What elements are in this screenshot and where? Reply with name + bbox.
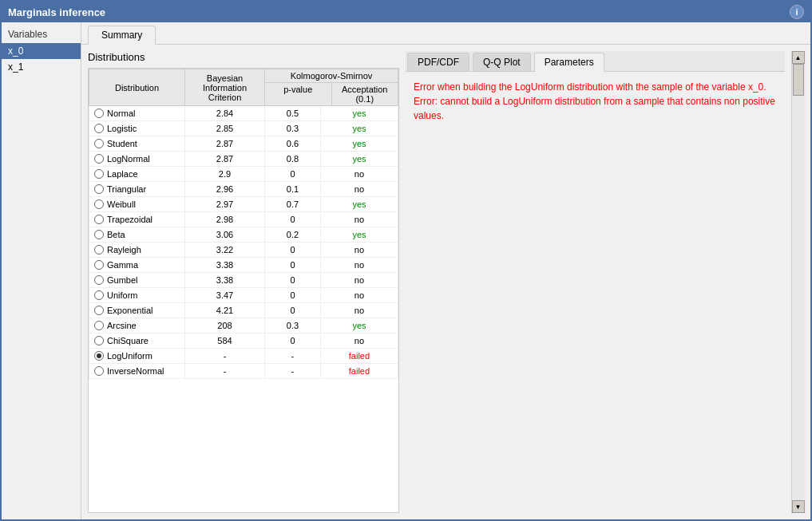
dist-radio-inversenormal[interactable] (94, 366, 104, 376)
dist-bic: 2.84 (185, 106, 265, 121)
table-row[interactable]: Trapezoidal2.980no (89, 212, 398, 227)
dist-name-cell: Student (89, 136, 185, 152)
scrollbar[interactable]: ▲ ▼ (791, 51, 804, 513)
dist-radio-normal[interactable] (94, 109, 104, 118)
table-row[interactable]: Laplace2.90no (89, 167, 398, 182)
dist-bic: 2.97 (185, 197, 265, 212)
dist-pvalue: 0 (265, 167, 321, 182)
scroll-down-btn[interactable]: ▼ (792, 500, 805, 513)
dist-radio-loguniform[interactable] (94, 351, 104, 361)
sidebar-item-x1[interactable]: x_1 (2, 59, 81, 75)
sidebar-item-x0[interactable]: x_0 (2, 43, 81, 59)
info-button[interactable]: i (790, 5, 804, 19)
dist-radio-arcsine[interactable] (94, 321, 104, 330)
dist-pvalue: 0 (265, 303, 321, 318)
dist-radio-laplace[interactable] (94, 169, 104, 179)
table-row[interactable]: InverseNormal--failed (89, 364, 398, 379)
dist-name-cell: Trapezoidal (89, 212, 185, 227)
dist-name-cell: Beta (89, 227, 185, 243)
table-row[interactable]: Uniform3.470no (89, 288, 398, 303)
sub-tab-qq-plot[interactable]: Q-Q Plot (473, 53, 531, 71)
table-row[interactable]: Student2.870.6yes (89, 136, 398, 152)
dist-bic: 3.38 (185, 273, 265, 288)
tab-bar: Summary (81, 22, 810, 45)
sub-tab-parameters[interactable]: Parameters (534, 53, 604, 72)
col-header-bic: Bayesian Information Criterion (185, 69, 265, 106)
dist-radio-student[interactable] (94, 139, 104, 148)
dist-acceptation: yes (320, 106, 398, 121)
table-row[interactable]: LogNormal2.870.8yes (89, 152, 398, 167)
scroll-thumb (793, 64, 804, 96)
dist-radio-uniform[interactable] (94, 290, 104, 300)
dist-acceptation: failed (320, 364, 398, 379)
tab-summary[interactable]: Summary (88, 26, 156, 45)
dist-name-cell: Normal (89, 106, 185, 121)
dist-radio-trapezoidal[interactable] (94, 215, 104, 224)
table-row[interactable]: Exponential4.210no (89, 303, 398, 318)
dist-name-label: Triangular (107, 184, 146, 194)
dist-radio-triangular[interactable] (94, 184, 104, 194)
dist-radio-chisquare[interactable] (94, 336, 104, 345)
dist-radio-weibull[interactable] (94, 199, 104, 209)
sub-tab-pdf-cdf[interactable]: PDF/CDF (407, 53, 469, 71)
dist-radio-gamma[interactable] (94, 260, 104, 270)
dist-name-label: Logistic (107, 124, 137, 133)
dist-pvalue: 0 (265, 273, 321, 288)
dist-name-label: Rayleigh (107, 245, 141, 255)
table-row[interactable]: Arcsine2080.3yes (89, 318, 398, 334)
dist-acceptation: no (320, 303, 398, 318)
dist-bic: - (185, 364, 265, 379)
dist-bic: 208 (185, 318, 265, 334)
dist-acceptation: yes (320, 227, 398, 243)
dist-acceptation: yes (320, 121, 398, 136)
col-header-pvalue: p-value (265, 83, 332, 105)
dist-acceptation: no (320, 334, 398, 349)
dist-pvalue: 0.1 (265, 182, 321, 197)
dist-radio-gumbel[interactable] (94, 275, 104, 285)
dist-bic: 3.47 (185, 288, 265, 303)
title-bar: Marginals inference i (2, 2, 810, 22)
distributions-panel: Distributions Distribution Bayesian Info… (88, 51, 399, 513)
table-row[interactable]: Gamma3.380no (89, 258, 398, 273)
dist-bic: 2.87 (185, 136, 265, 152)
window-title: Marginals inference (8, 6, 105, 18)
dist-name-label: Laplace (107, 169, 138, 179)
dist-name-cell: LogUniform (89, 349, 185, 364)
dist-pvalue: 0.7 (265, 197, 321, 212)
dist-name-label: Trapezoidal (107, 215, 152, 224)
table-row[interactable]: Gumbel3.380no (89, 273, 398, 288)
table-row[interactable]: Beta3.060.2yes (89, 227, 398, 243)
dist-radio-beta[interactable] (94, 230, 104, 239)
table-row[interactable]: Normal2.840.5yes (89, 106, 398, 121)
distributions-table: Distribution Bayesian Information Criter… (89, 69, 398, 379)
dist-radio-logistic[interactable] (94, 124, 104, 133)
dist-name-label: Normal (107, 109, 135, 118)
table-row[interactable]: ChiSquare5840no (89, 334, 398, 349)
dist-radio-lognormal[interactable] (94, 154, 104, 164)
dist-bic: - (185, 349, 265, 364)
table-row[interactable]: Triangular2.960.1no (89, 182, 398, 197)
dist-pvalue: - (265, 349, 321, 364)
table-row[interactable]: Rayleigh3.220no (89, 243, 398, 258)
dist-name-cell: InverseNormal (89, 364, 185, 379)
dist-name-cell: Exponential (89, 303, 185, 318)
dist-radio-exponential[interactable] (94, 306, 104, 315)
sidebar: Variables x_0 x_1 (2, 22, 81, 519)
dist-name-label: Student (107, 139, 137, 148)
table-row[interactable]: Logistic2.850.3yes (89, 121, 398, 136)
dist-name-cell: LogNormal (89, 152, 185, 167)
dist-name-cell: Weibull (89, 197, 185, 212)
dist-name-cell: Gamma (89, 258, 185, 273)
dist-name-cell: Rayleigh (89, 243, 185, 258)
dist-pvalue: 0 (265, 258, 321, 273)
scroll-up-btn[interactable]: ▲ (792, 51, 805, 64)
dist-radio-rayleigh[interactable] (94, 245, 104, 255)
dist-bic: 3.06 (185, 227, 265, 243)
table-row[interactable]: Weibull2.970.7yes (89, 197, 398, 212)
dist-bic: 2.96 (185, 182, 265, 197)
dist-acceptation: yes (320, 197, 398, 212)
dist-bic: 2.9 (185, 167, 265, 182)
dist-name-cell: Uniform (89, 288, 185, 303)
table-row[interactable]: LogUniform--failed (89, 349, 398, 364)
distributions-table-container[interactable]: Distribution Bayesian Information Criter… (88, 68, 399, 513)
